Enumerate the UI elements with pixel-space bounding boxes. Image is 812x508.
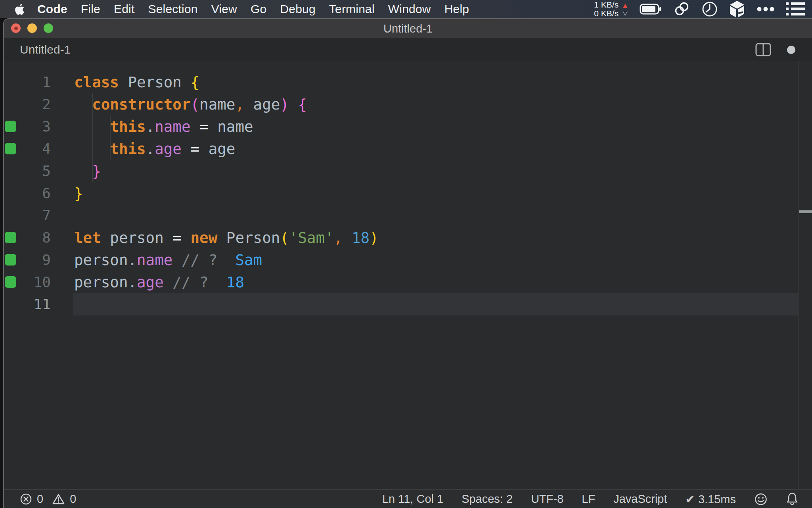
code-token: }	[74, 185, 83, 202]
editor-tab-bar[interactable]: Untitled-1	[4, 38, 812, 61]
code-line-8[interactable]: 8let person = new Person('Sam', 18)	[4, 227, 812, 249]
code-text: this.age = age	[74, 138, 235, 160]
network-arrows: ▲ ▽	[621, 2, 629, 17]
warnings-icon	[52, 493, 65, 505]
menu-bar-status-area: 1 KB/s 0 KB/s ▲ ▽	[594, 0, 812, 18]
code-token: =	[199, 118, 209, 135]
code-token: name	[217, 118, 253, 135]
code-line-11[interactable]: 11	[4, 293, 812, 316]
menu-item-file[interactable]: File	[74, 2, 107, 16]
code-token: }	[92, 162, 101, 180]
menu-item-view[interactable]: View	[205, 2, 244, 16]
code-line-5[interactable]: 5 }	[4, 160, 812, 182]
problems-indicator[interactable]: 0 0	[20, 493, 76, 506]
code-token: name	[199, 96, 235, 113]
download-speed: 0 KB/s	[594, 9, 619, 18]
code-token: ?	[199, 273, 209, 291]
code-line-2[interactable]: 2 constructor(name, age) {	[4, 93, 812, 115]
minimize-button[interactable]	[27, 23, 37, 33]
network-throughput-indicator[interactable]: 1 KB/s 0 KB/s ▲ ▽	[594, 0, 629, 18]
menu-item-help[interactable]: Help	[438, 2, 476, 16]
quokka-runtime-indicator[interactable]: ✔ 3.15ms	[686, 493, 736, 506]
code-token: let	[74, 229, 101, 246]
battery-icon[interactable]	[640, 3, 662, 15]
code-line-3[interactable]: 3 this.name = name	[4, 115, 812, 138]
menu-item-edit[interactable]: Edit	[107, 2, 142, 16]
code-token: person	[74, 273, 128, 291]
code-token	[191, 273, 200, 291]
close-button[interactable]	[11, 23, 21, 33]
zoom-button[interactable]	[44, 23, 53, 33]
menu-item-window[interactable]: Window	[381, 2, 438, 16]
eol-indicator[interactable]: LF	[582, 493, 595, 506]
split-editor-icon[interactable]	[755, 43, 771, 56]
code-token: ,	[235, 96, 244, 113]
cube-icon[interactable]	[729, 0, 745, 18]
code-token	[172, 251, 182, 269]
code-token	[289, 96, 298, 113]
ellipsis-icon[interactable]	[756, 7, 775, 12]
indentation-indicator[interactable]: Spaces: 2	[462, 493, 513, 506]
code-text: this.name = name	[74, 115, 253, 138]
link-rings-icon[interactable]	[672, 1, 691, 17]
code-line-1[interactable]: 1class Person {	[4, 71, 812, 93]
line-number: 1	[4, 71, 51, 93]
code-token: {	[191, 73, 200, 91]
overview-ruler-cursor-marker	[799, 210, 812, 213]
code-token	[217, 251, 235, 269]
notifications-bell-icon[interactable]	[786, 492, 799, 506]
list-icon[interactable]	[786, 2, 805, 16]
apple-menu[interactable]	[14, 3, 25, 15]
code-token: new	[191, 229, 218, 246]
code-token: age	[253, 96, 280, 113]
code-token: Person	[226, 229, 280, 246]
window-title-bar[interactable]: Untitled-1	[4, 19, 812, 38]
feedback-smiley-icon[interactable]	[754, 493, 768, 506]
code-token	[182, 73, 191, 91]
code-token: =	[172, 229, 182, 246]
code-token	[101, 229, 110, 246]
menu-item-go[interactable]: Go	[244, 2, 273, 16]
code-token	[74, 140, 110, 158]
traffic-lights	[11, 23, 53, 33]
code-line-9[interactable]: 9person.name // ? Sam	[4, 249, 812, 271]
network-speeds: 1 KB/s 0 KB/s	[594, 0, 619, 18]
code-line-7[interactable]: 7	[4, 204, 812, 227]
errors-icon	[20, 493, 32, 505]
code-token: constructor	[92, 96, 190, 113]
code-token	[343, 229, 352, 246]
language-mode-indicator[interactable]: JavaScript	[613, 493, 667, 506]
code-token: 'Sam'	[289, 229, 334, 246]
line-number: 5	[4, 160, 51, 182]
menu-item-terminal[interactable]: Terminal	[322, 2, 381, 16]
code-token: Person	[128, 73, 181, 91]
code-token: 18	[226, 273, 244, 291]
cursor-position-indicator[interactable]: Ln 11, Col 1	[382, 493, 443, 506]
code-token: person	[110, 229, 163, 246]
code-token: )	[370, 229, 379, 246]
code-token: age	[155, 140, 182, 158]
code-token: )	[280, 96, 289, 113]
menu-item-debug[interactable]: Debug	[273, 2, 322, 16]
code-line-10[interactable]: 10person.age // ? 18	[4, 271, 812, 293]
warnings-count: 0	[70, 493, 76, 506]
code-text: }	[74, 182, 83, 204]
code-text: }	[74, 160, 101, 182]
code-text: person.name // ? Sam	[74, 249, 262, 271]
menu-item-code[interactable]: Code	[31, 2, 74, 16]
code-token: name	[155, 118, 190, 135]
status-items: Ln 11, Col 1Spaces: 2UTF-8LFJavaScript✔ …	[382, 493, 736, 506]
code-token	[199, 140, 209, 158]
code-line-6[interactable]: 6}	[4, 182, 812, 204]
line-number: 11	[4, 293, 51, 316]
code-token	[74, 118, 110, 135]
line-number: 6	[4, 182, 51, 204]
encoding-indicator[interactable]: UTF-8	[531, 493, 563, 506]
apple-icon	[14, 3, 25, 15]
code-line-4[interactable]: 4 this.age = age	[4, 138, 812, 160]
clock-icon[interactable]	[701, 1, 718, 17]
menu-item-selection[interactable]: Selection	[141, 2, 204, 16]
overview-ruler[interactable]	[798, 61, 799, 489]
code-editor[interactable]: 1class Person {2 constructor(name, age) …	[4, 61, 812, 489]
unsaved-changes-dot[interactable]	[787, 46, 795, 54]
